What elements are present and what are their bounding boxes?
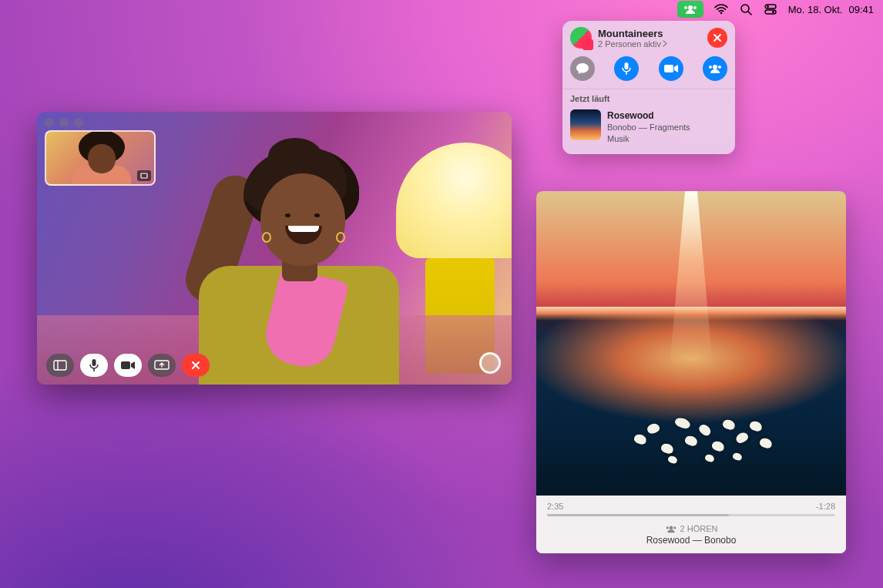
album-art-thumbnail	[570, 109, 601, 140]
spotlight-search-icon[interactable]	[739, 2, 753, 16]
desktop-wallpaper: Mo. 18. Okt. 09:41 Mountaineers 2 Person…	[0, 0, 883, 588]
svg-rect-16	[141, 173, 147, 178]
shareplay-people-icon	[707, 63, 723, 74]
control-center-icon[interactable]	[764, 2, 777, 16]
track-subtitle: Bonobo — Fragments	[607, 122, 690, 133]
chevron-right-icon	[663, 40, 667, 47]
sidebar-icon	[53, 360, 67, 371]
svg-point-14	[709, 66, 712, 69]
screen-share-button[interactable]	[148, 354, 176, 377]
shareplay-button[interactable]	[703, 56, 727, 81]
shareplay-listeners: 2 HÖREN	[547, 524, 835, 533]
menubar-datetime[interactable]: Mo. 18. Okt. 09:41	[788, 4, 874, 15]
svg-point-25	[673, 526, 676, 529]
menubar-time: 09:41	[848, 4, 874, 15]
svg-point-13	[713, 65, 717, 69]
video-camera-icon	[120, 360, 136, 371]
svg-rect-6	[765, 5, 776, 8]
shareplay-panel: Mountaineers 2 Personen aktiv	[562, 21, 735, 154]
mute-button[interactable]	[80, 354, 108, 377]
elapsed-time: 2:35	[547, 502, 563, 511]
svg-rect-19	[92, 359, 96, 366]
menubar: Mo. 18. Okt. 09:41	[671, 0, 883, 18]
shareplay-people-icon	[665, 525, 677, 533]
svg-point-0	[688, 5, 693, 10]
svg-point-2	[693, 6, 697, 9]
music-player-window[interactable]: 2:35 -1:28 2 HÖREN Rosewood — Bonobo	[536, 191, 846, 553]
facetime-self-view[interactable]	[45, 130, 156, 186]
end-call-button[interactable]	[182, 354, 210, 377]
svg-point-24	[666, 526, 668, 529]
group-avatar	[570, 27, 592, 49]
track-source: Musik	[607, 133, 690, 145]
screen-share-icon	[154, 360, 170, 371]
svg-point-9	[772, 11, 774, 13]
shareplay-now-playing[interactable]: Rosewood Bonobo — Fragments Musik	[562, 106, 735, 154]
svg-rect-12	[664, 65, 673, 72]
microphone-icon	[622, 62, 631, 76]
now-playing-track: Rosewood — Bonobo	[547, 535, 835, 546]
svg-rect-10	[625, 62, 629, 69]
svg-rect-21	[121, 361, 130, 369]
microphone-icon	[89, 358, 99, 372]
video-call-button[interactable]	[659, 56, 683, 81]
now-playing-label: Jetzt läuft	[562, 89, 735, 106]
remaining-time: -1:28	[816, 502, 835, 511]
svg-point-7	[767, 5, 769, 8]
album-artwork	[536, 191, 846, 496]
sidebar-toggle-button[interactable]	[46, 354, 74, 377]
speech-bubble-icon	[576, 62, 589, 75]
svg-point-23	[669, 526, 673, 529]
shareplay-status-indicator[interactable]	[677, 1, 703, 18]
shareplay-subtitle[interactable]: 2 Personen aktiv	[598, 39, 707, 49]
playback-scrubber[interactable]	[547, 514, 835, 516]
facetime-window[interactable]	[37, 112, 512, 385]
camera-toggle-button[interactable]	[114, 354, 142, 377]
video-camera-icon	[663, 63, 679, 74]
audio-call-button[interactable]	[614, 56, 639, 81]
svg-rect-17	[54, 361, 66, 370]
live-photo-shutter[interactable]	[479, 352, 501, 374]
shareplay-close-button[interactable]	[707, 28, 727, 48]
svg-point-15	[718, 66, 721, 69]
messages-button[interactable]	[570, 56, 595, 81]
close-icon	[191, 361, 200, 370]
pip-expand-icon[interactable]	[137, 170, 151, 181]
facetime-controls	[46, 354, 210, 377]
svg-point-1	[684, 6, 687, 9]
menubar-date: Mo. 18. Okt.	[788, 4, 843, 15]
shareplay-group-name: Mountaineers	[598, 28, 707, 39]
svg-line-5	[748, 12, 751, 15]
svg-point-3	[720, 12, 722, 15]
svg-rect-8	[765, 10, 776, 14]
track-title: Rosewood	[607, 109, 690, 122]
wifi-icon[interactable]	[714, 2, 728, 16]
